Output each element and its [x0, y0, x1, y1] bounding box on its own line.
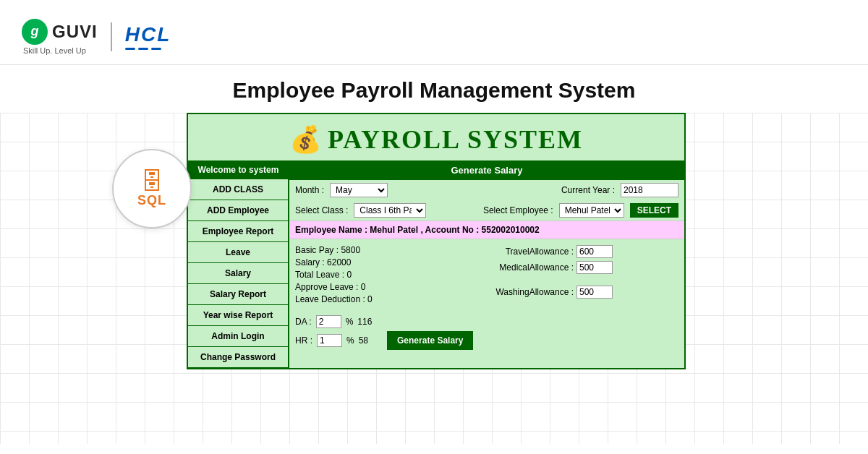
sidebar-btn-salary-report[interactable]: Salary Report [188, 284, 289, 305]
hcl-logo-wrapper: HCL [125, 23, 171, 50]
select-button[interactable]: SELECT [630, 203, 678, 218]
hr-percent: % [346, 335, 354, 346]
total-leave-label: Total Leave : [295, 270, 344, 280]
sidebar-btn-yearwise-report[interactable]: Year wise Report [188, 305, 289, 326]
sidebar-btn-salary[interactable]: Salary [188, 263, 289, 284]
guvi-tagline: Skill Up. Level Up [22, 46, 98, 55]
washing-allowance-label: WashingAllowance : [494, 287, 574, 297]
medical-allowance-label: MedicalAllowance : [494, 262, 574, 273]
guvi-icon: g [22, 19, 48, 45]
sidebar-btn-leave[interactable]: Leave [188, 242, 289, 263]
basic-pay-row: Basic Pay : 5800 [295, 245, 480, 255]
da-row: DA : % 116 [295, 315, 678, 328]
form-row-1: Month : May Current Year : [289, 180, 684, 200]
basic-pay-label: Basic Pay : [295, 245, 339, 255]
current-year-input[interactable] [621, 183, 678, 197]
guvi-brand: GUVI [52, 22, 98, 42]
sql-badge: 🗄 SQL [112, 149, 192, 228]
main-content: 🗄 SQL 💰 PAYROLL SYSTEM Welcome to system… [0, 113, 868, 444]
logo-divider [111, 22, 112, 51]
emp-info-banner: Employee Name : Mehul Patel , Account No… [289, 220, 684, 239]
hcl-line-2 [138, 48, 148, 50]
page-title-area: Employee Payroll Management System [0, 65, 868, 113]
month-label: Month : [295, 185, 324, 195]
sidebar-welcome: Welcome to system [188, 160, 289, 179]
travel-allowance-label: TravelAllowance : [494, 247, 574, 257]
month-select[interactable]: May [330, 183, 388, 197]
class-select[interactable]: Class I 6th Pay [354, 203, 426, 218]
current-year-label: Current Year : [561, 185, 615, 195]
select-class-label: Select Class : [295, 205, 348, 215]
payroll-main-header: Generate Salary [289, 160, 684, 180]
hr-label: HR : [295, 335, 312, 346]
payroll-header: 💰 PAYROLL SYSTEM [188, 114, 684, 160]
sql-label: SQL [137, 193, 166, 208]
total-leave-value: 0 [346, 270, 352, 280]
hcl-brand: HCL [125, 23, 171, 46]
da-percent: % [346, 317, 354, 327]
approve-leave-row: Approve Leave : 0 [295, 282, 480, 292]
washing-allowance-row: WashingAllowance : [494, 286, 678, 299]
money-bag-icon: 💰 [289, 124, 322, 155]
generate-salary-button[interactable]: Generate Salary [387, 331, 473, 350]
guvi-icon-letter: g [31, 24, 39, 39]
salary-value: 62000 [327, 257, 351, 267]
sidebar-btn-admin-login[interactable]: Admin Login [188, 326, 289, 347]
medical-allowance-input[interactable] [576, 261, 613, 274]
select-employee-label: Select Employee : [483, 205, 553, 215]
payroll-body: Welcome to system ADD CLASS ADD Employee… [188, 160, 684, 368]
guvi-logo-wrapper: g GUVI Skill Up. Level Up [22, 19, 98, 55]
header: g GUVI Skill Up. Level Up HCL [0, 0, 868, 65]
medical-allowance-row: MedicalAllowance : [494, 261, 678, 274]
payroll-window: 💰 PAYROLL SYSTEM Welcome to system ADD C… [187, 113, 686, 369]
database-icon: 🗄 [140, 170, 163, 193]
da-hr-section: DA : % 116 HR : % 58 Generate Salary [289, 312, 684, 359]
leave-deduction-label: Leave Deduction : [295, 294, 365, 304]
hcl-line-1 [125, 48, 135, 50]
guvi-logo: g GUVI [22, 19, 98, 45]
travel-allowance-row: TravelAllowance : [494, 245, 678, 258]
leave-deduction-row: Leave Deduction : 0 [295, 294, 480, 304]
employee-select[interactable]: Mehul Patel [559, 203, 624, 218]
salary-right: TravelAllowance : MedicalAllowance : Was… [494, 245, 678, 307]
hcl-underlines [125, 48, 171, 50]
approve-leave-value: 0 [361, 282, 366, 292]
page-title: Employee Payroll Management System [0, 78, 868, 103]
basic-pay-value: 5800 [341, 245, 360, 255]
salary-details: Basic Pay : 5800 Salary : 62000 Total Le… [289, 239, 684, 312]
salary-row: Salary : 62000 [295, 257, 480, 267]
hr-row: HR : % 58 Generate Salary [295, 331, 678, 350]
payroll-header-title: PAYROLL SYSTEM [328, 124, 583, 155]
hr-amount: 58 [359, 335, 368, 346]
total-leave-row: Total Leave : 0 [295, 270, 480, 280]
payroll-sidebar: Welcome to system ADD CLASS ADD Employee… [188, 160, 289, 368]
leave-deduction-value: 0 [367, 294, 373, 304]
travel-allowance-input[interactable] [576, 245, 613, 258]
da-input[interactable] [316, 315, 341, 328]
approve-leave-label: Approve Leave : [295, 282, 358, 292]
sidebar-btn-add-class[interactable]: ADD CLASS [188, 179, 289, 200]
da-amount: 116 [357, 317, 372, 327]
form-row-2: Select Class : Class I 6th Pay Select Em… [289, 200, 684, 220]
washing-allowance-input[interactable] [576, 286, 613, 299]
hcl-line-3 [151, 48, 161, 50]
da-label: DA : [295, 317, 312, 327]
salary-label: Salary : [295, 257, 325, 267]
payroll-main: Generate Salary Month : May Current Year… [289, 160, 684, 368]
salary-left: Basic Pay : 5800 Salary : 62000 Total Le… [295, 245, 480, 307]
hr-input[interactable] [317, 334, 342, 347]
sidebar-btn-add-employee[interactable]: ADD Employee [188, 200, 289, 221]
sidebar-btn-employee-report[interactable]: Employee Report [188, 221, 289, 242]
sidebar-btn-change-password[interactable]: Change Password [188, 347, 289, 368]
